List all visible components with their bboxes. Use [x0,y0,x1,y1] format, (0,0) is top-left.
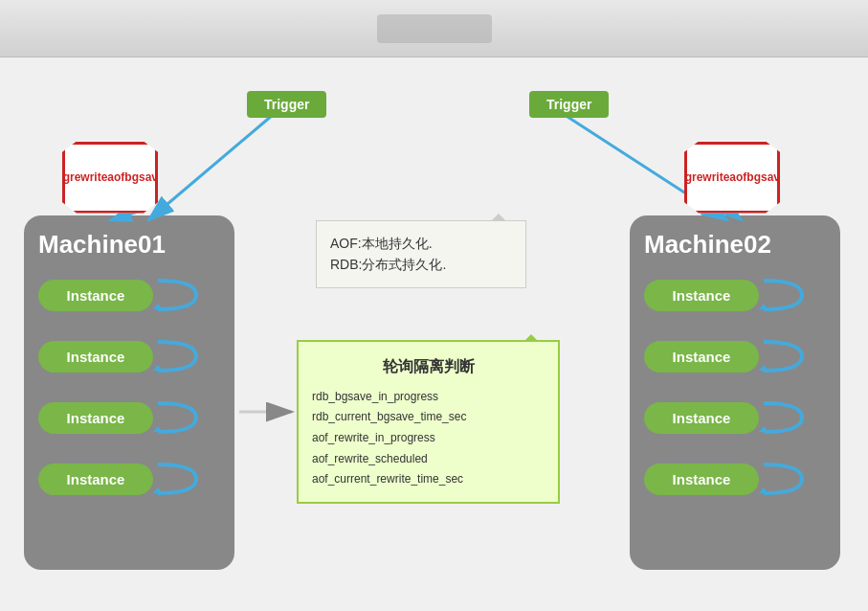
svg-marker-14 [759,426,768,432]
poll-item-4: aof_rewrite_scheduled [312,449,545,470]
aof-rdb-note: AOF:本地持久化. RDB:分布式持久化. [316,220,526,288]
instance-label: Instance [644,402,759,434]
list-item: Instance [644,394,826,441]
top-bar-thumbnail [377,14,492,43]
poll-box: 轮询隔离判断 rdb_bgsave_in_progress rdb_curren… [297,340,560,504]
poll-box-title: 轮询隔离判断 [312,353,545,381]
octagon-right: bgrewriteaof bgsave [679,139,785,215]
instance-label: Instance [644,280,759,311]
instance-label: Instance [38,464,153,495]
list-item: Instance [38,271,220,319]
curved-arrow-icon [153,271,206,319]
octagon-right-content: bgrewriteaof bgsave [684,142,780,214]
octagon-left-content: bgrewriteaof bgsave [62,142,158,214]
top-bar [0,0,868,57]
curved-arrow-icon [759,332,812,380]
poll-item-2: rdb_current_bgsave_time_sec [312,407,545,428]
instance-label: Instance [644,341,759,373]
svg-marker-13 [759,365,768,371]
poll-item-3: aof_rewrite_in_progress [312,428,545,449]
curved-arrow-icon [759,455,812,503]
instance-label: Instance [644,464,759,495]
svg-line-3 [148,115,273,220]
instance-label: Instance [38,280,153,311]
note-line2: RDB:分布式持久化. [330,254,512,275]
instance-label: Instance [38,341,153,373]
trigger-right-button[interactable]: Trigger [529,91,609,118]
poll-item-1: rdb_bgsave_in_progress [312,387,545,408]
svg-marker-9 [153,365,163,371]
machine01-title: Machine01 [38,230,220,260]
svg-marker-12 [759,304,768,309]
machine02-title: Machine02 [644,230,826,260]
poll-item-5: aof_current_rewrite_time_sec [312,469,545,490]
curved-arrow-icon [153,455,206,503]
list-item: Instance [38,332,220,380]
curved-arrow-icon [759,394,812,441]
list-item: Instance [38,455,220,503]
curved-arrow-icon [153,332,206,380]
list-item: Instance [38,394,220,441]
trigger-left-button[interactable]: Trigger [247,91,326,118]
svg-marker-10 [153,426,163,432]
svg-marker-15 [759,487,768,493]
instance-label: Instance [38,402,153,434]
list-item: Instance [644,455,826,503]
svg-marker-8 [153,304,163,309]
octagon-left: bgrewriteaof bgsave [57,139,163,215]
svg-marker-11 [153,487,163,493]
list-item: Instance [644,332,826,380]
list-item: Instance [644,271,826,319]
machine01-box: Machine01 Instance Instance Instance Ins… [24,215,234,570]
curved-arrow-icon [759,271,812,319]
note-line1: AOF:本地持久化. [330,233,512,254]
curved-arrow-icon [153,394,206,441]
machine02-box: Machine02 Instance Instance Instance Ins… [630,215,840,570]
